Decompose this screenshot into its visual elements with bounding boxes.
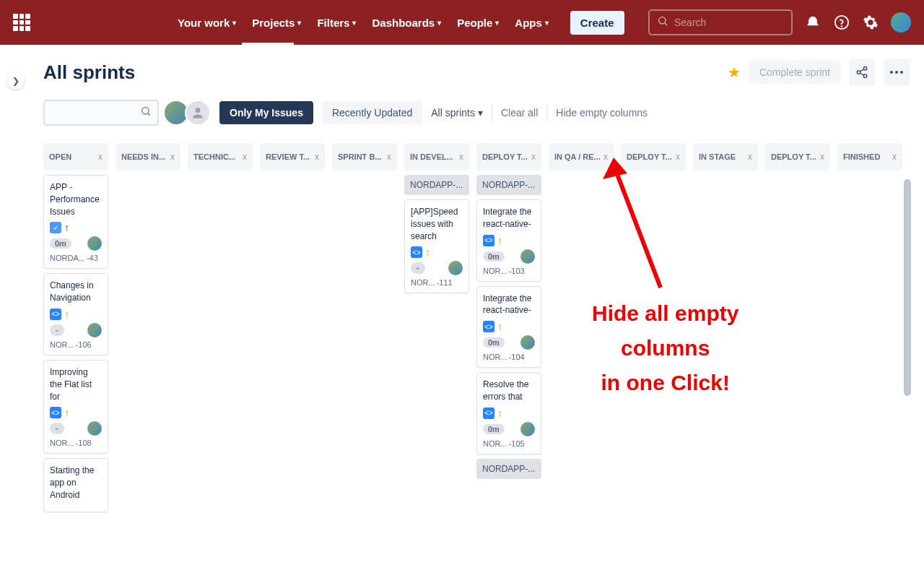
card-key: NOR...-106: [50, 340, 102, 349]
column-needs-info: NEEDS IN...x: [116, 143, 180, 517]
priority-icon: ↑: [64, 407, 69, 418]
close-icon[interactable]: x: [459, 152, 463, 162]
card[interactable]: Integrate the react-native- <>↑ 0m NOR..…: [476, 286, 541, 368]
column-header[interactable]: OPENx: [43, 143, 108, 171]
close-icon[interactable]: x: [531, 152, 536, 162]
divider: [492, 104, 492, 121]
more-button[interactable]: [884, 59, 910, 85]
nav-dashboards[interactable]: Dashboards▾: [372, 17, 441, 29]
nav-people[interactable]: People▾: [457, 17, 499, 29]
app-switcher-icon[interactable]: [13, 14, 30, 31]
card[interactable]: Improving the Flat list for <>↑ - NOR...…: [43, 360, 108, 454]
search-input[interactable]: [674, 17, 784, 28]
swimlane-header[interactable]: NORDAPP-...: [404, 175, 469, 195]
swimlane-header[interactable]: NORDAPP-...: [476, 175, 541, 195]
column-finished: FINISHEDx: [837, 143, 902, 517]
svg-point-9: [890, 71, 893, 74]
estimate-badge: -: [50, 324, 64, 336]
column-header[interactable]: FINISHEDx: [837, 143, 902, 171]
close-icon[interactable]: x: [676, 152, 680, 162]
column-technical: TECHNIC...x: [188, 143, 253, 517]
task-type-icon: <>: [411, 246, 422, 258]
annotation-text: Hide all empty columns in one Click!: [592, 296, 738, 400]
svg-point-6: [863, 74, 867, 78]
close-icon[interactable]: x: [170, 152, 175, 162]
nav-active-underline: [242, 43, 294, 45]
sidebar-expand-button[interactable]: ❯: [7, 72, 25, 90]
close-icon[interactable]: x: [98, 152, 103, 162]
clear-all-button[interactable]: Clear all: [501, 107, 538, 118]
complete-sprint-button[interactable]: Complete sprint: [749, 61, 840, 84]
card[interactable]: Changes in Navigation <>↑ - NOR...-106: [43, 273, 108, 355]
column-header[interactable]: DEPLOY T...x: [765, 143, 830, 171]
column-header[interactable]: IN DEVEL...x: [404, 143, 469, 171]
svg-point-11: [900, 71, 903, 74]
global-search[interactable]: [648, 9, 793, 35]
estimate-badge: -: [411, 262, 425, 274]
priority-icon: ↑: [64, 309, 69, 320]
estimate-badge: 0m: [483, 337, 505, 348]
nav-projects[interactable]: Projects▾: [252, 17, 301, 29]
svg-point-12: [142, 108, 149, 114]
board-search[interactable]: [43, 100, 159, 126]
svg-point-0: [659, 17, 666, 24]
user-avatar[interactable]: [891, 12, 911, 33]
card[interactable]: Resolve the errors that <>↑ 0m NOR...-10…: [476, 372, 541, 454]
share-button[interactable]: [849, 59, 875, 85]
assignee-avatars[interactable]: [167, 100, 211, 126]
assignee-avatar: [87, 323, 102, 337]
svg-line-8: [860, 73, 863, 75]
svg-point-3: [842, 26, 842, 27]
card[interactable]: Integrate the react-native- <>↑ 0m NOR..…: [476, 199, 541, 282]
hide-empty-columns-button[interactable]: Hide empty columns: [556, 107, 648, 118]
only-my-issues-button[interactable]: Only My Issues: [219, 101, 313, 124]
card-key: NOR...-103: [483, 267, 535, 275]
svg-marker-16: [603, 158, 627, 179]
notifications-icon[interactable]: [804, 14, 821, 31]
board-search-input[interactable]: [51, 108, 140, 118]
estimate-badge: 0m: [483, 424, 505, 434]
priority-icon: ↑: [64, 222, 69, 233]
card[interactable]: APP - Performance Issues ✓↑ 0m NORDA...-…: [43, 175, 108, 269]
kanban-board: OPENx APP - Performance Issues ✓↑ 0m NOR…: [43, 143, 910, 524]
help-icon[interactable]: [833, 14, 850, 31]
column-header[interactable]: REVIEW T...x: [260, 143, 325, 171]
task-type-icon: <>: [483, 407, 494, 419]
close-icon[interactable]: x: [748, 152, 752, 162]
column-header[interactable]: SPRINT B...x: [332, 143, 397, 171]
swimlane-header[interactable]: NORDAPP-...: [476, 459, 541, 479]
column-header[interactable]: DEPLOY T...x: [476, 143, 541, 171]
estimate-badge: 0m: [483, 251, 505, 262]
column-header[interactable]: TECHNIC...x: [188, 143, 253, 171]
priority-icon: ↑: [497, 235, 502, 246]
close-icon[interactable]: x: [315, 152, 319, 162]
board-toolbar: Only My Issues Recently Updated All spri…: [43, 100, 910, 126]
column-header[interactable]: IN STAGEx: [693, 143, 758, 171]
close-icon[interactable]: x: [820, 152, 824, 162]
sprint-filter-dropdown[interactable]: All sprints▾: [431, 107, 483, 118]
card[interactable]: [APP]Speed issues with search <>↑ - NOR.…: [404, 199, 469, 293]
vertical-scrollbar[interactable]: [904, 179, 911, 396]
close-icon[interactable]: x: [892, 152, 897, 162]
create-button[interactable]: Create: [570, 11, 624, 35]
avatar-unassigned[interactable]: [185, 100, 211, 126]
star-icon[interactable]: ★: [728, 64, 741, 81]
svg-line-7: [860, 69, 863, 72]
nav-filters[interactable]: Filters▾: [317, 17, 356, 29]
svg-point-10: [895, 71, 898, 74]
column-deploy-to-3: DEPLOY T...x: [765, 143, 830, 517]
nav-apps[interactable]: Apps▾: [515, 17, 549, 29]
close-icon[interactable]: x: [387, 152, 391, 162]
nav-your-work[interactable]: Your work▾: [178, 17, 236, 29]
close-icon[interactable]: x: [243, 152, 247, 162]
task-type-icon: <>: [50, 407, 61, 418]
column-header[interactable]: NEEDS IN...x: [116, 143, 180, 171]
search-icon: [657, 15, 668, 30]
settings-icon[interactable]: [862, 14, 879, 31]
card[interactable]: Starting the app on Android: [43, 458, 108, 512]
estimate-badge: 0m: [50, 238, 71, 249]
task-type-icon: <>: [483, 321, 494, 332]
recently-updated-button[interactable]: Recently Updated: [322, 101, 422, 124]
assignee-avatar: [87, 236, 102, 251]
page-header: All sprints ★ Complete sprint: [43, 59, 910, 85]
